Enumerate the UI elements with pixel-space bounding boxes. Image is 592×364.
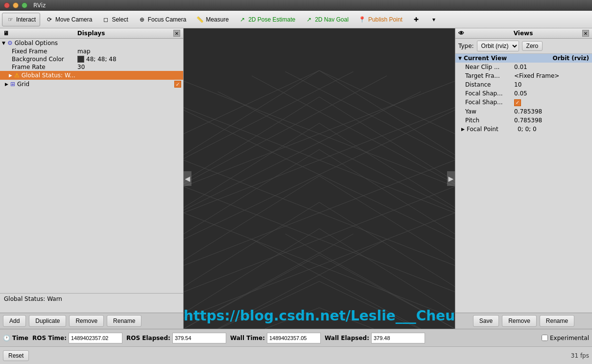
nav-goal-button[interactable]: ↗ 2D Nav Goal <box>301 13 353 26</box>
focal-shape-enabled-value[interactable]: ✓ <box>514 99 521 106</box>
views-close-button[interactable]: ✕ <box>582 30 589 37</box>
focus-camera-label: Focus Camera <box>148 16 187 23</box>
distance-key: Distance <box>465 81 514 88</box>
type-label: Type: <box>458 43 474 49</box>
title-bar: RViz <box>0 0 592 11</box>
views-header: 👁 Views ✕ <box>455 28 592 39</box>
ros-elapsed-label: ROS Elapsed: <box>126 335 170 341</box>
rename-button[interactable]: Rename <box>107 315 142 327</box>
grid-visualization <box>184 28 455 329</box>
zero-button[interactable]: Zero <box>522 41 543 51</box>
clock-icon: 🕐 <box>3 335 10 341</box>
expand-icon: ▼ <box>2 41 5 46</box>
focal-shape-size-row: Focal Shap... 0.05 <box>455 89 592 98</box>
target-frame-value[interactable]: <Fixed Frame> <box>514 72 559 79</box>
grid-item[interactable]: ▶ ⊞ Grid ✓ <box>0 80 183 89</box>
current-view-type: Orbit (rviz) <box>552 55 589 62</box>
wall-elapsed-input[interactable] <box>371 333 425 343</box>
pose-estimate-label: 2D Pose Estimate <box>248 16 295 23</box>
background-color-row: Background Color 48; 48; 48 <box>0 55 183 63</box>
maximize-button[interactable] <box>22 2 27 8</box>
type-select[interactable]: Orbit (rviz) <box>477 41 519 51</box>
yaw-value[interactable]: 0.785398 <box>514 108 542 115</box>
grid-label: Grid <box>17 81 172 88</box>
ros-elapsed-group: ROS Elapsed: <box>126 333 226 343</box>
measure-icon: 📏 <box>196 16 204 23</box>
focal-shape-checkbox[interactable]: ✓ <box>514 99 521 106</box>
displays-tree: ▼ ⚙ Global Options Fixed Frame map Backg… <box>0 39 183 293</box>
move-camera-icon: ⟳ <box>46 16 53 23</box>
publish-point-label: Publish Point <box>368 16 403 23</box>
plus-icon: ✚ <box>412 16 420 23</box>
wall-elapsed-label: Wall Elapsed: <box>325 335 369 341</box>
time-title: Time <box>12 335 28 341</box>
focal-shape-size-value[interactable]: 0.05 <box>514 90 527 97</box>
remove-button[interactable]: Remove <box>69 315 104 327</box>
pitch-value[interactable]: 0.785398 <box>514 117 542 124</box>
near-clip-row: Near Clip ... 0.01 <box>455 63 592 71</box>
global-status-item[interactable]: ▶ ⚠ Global Status: W... <box>0 71 183 80</box>
global-options-label: Global Options <box>15 40 58 46</box>
arrow-right[interactable]: ▶ <box>447 171 455 186</box>
minimize-button[interactable] <box>13 2 19 8</box>
select-label: Select <box>112 16 128 23</box>
current-view-header[interactable]: ▼ Current View Orbit (rviz) <box>455 54 592 63</box>
more-button[interactable]: ▾ <box>426 13 442 26</box>
warning-icon: ⚠ <box>14 72 20 79</box>
svg-rect-0 <box>184 28 455 329</box>
distance-value[interactable]: 10 <box>514 81 521 88</box>
global-options-item[interactable]: ▼ ⚙ Global Options <box>0 39 183 47</box>
background-color-value[interactable]: 48; 48; 48 <box>77 56 117 63</box>
arrow-left[interactable]: ◀ <box>184 171 191 186</box>
ros-time-label: ROS Time: <box>32 335 67 341</box>
pose-estimate-icon: ↗ <box>238 16 246 23</box>
status-row: Reset 31 fps <box>0 346 592 364</box>
focal-shape-enabled-key: Focal Shap... <box>465 99 514 106</box>
ros-elapsed-input[interactable] <box>172 333 226 343</box>
wall-elapsed-group: Wall Elapsed: <box>325 333 425 343</box>
fixed-frame-value[interactable]: map <box>77 48 91 55</box>
displays-close-button[interactable]: ✕ <box>173 30 180 37</box>
displays-title: Displays <box>77 30 105 37</box>
move-camera-label: Move Camera <box>55 16 92 23</box>
color-swatch <box>77 56 84 63</box>
measure-button[interactable]: 📏 Measure <box>191 13 233 26</box>
near-clip-key: Near Clip ... <box>465 64 514 70</box>
expand-right-icon3: ▶ <box>461 127 465 132</box>
viewport[interactable]: ◀ ▶ https://blog.csdn.net/Leslie___Cheun… <box>184 28 455 329</box>
pose-estimate-button[interactable]: ↗ 2D Pose Estimate <box>234 13 300 26</box>
save-view-button[interactable]: Save <box>473 315 499 327</box>
select-button[interactable]: ◻ Select <box>97 13 132 26</box>
views-icon: 👁 <box>458 30 464 37</box>
experimental-checkbox[interactable] <box>542 335 548 341</box>
reset-button[interactable]: Reset <box>3 350 29 361</box>
rename-view-button[interactable]: Rename <box>540 315 574 327</box>
publish-point-button[interactable]: 📍 Publish Point <box>354 13 407 26</box>
ros-time-input[interactable] <box>69 333 122 343</box>
focal-shape-enabled-row: Focal Shap... ✓ <box>455 98 592 107</box>
focal-point-row[interactable]: ▶ Focal Point 0; 0; 0 <box>455 125 592 134</box>
focus-camera-button[interactable]: ⊕ Focus Camera <box>134 13 191 26</box>
grid-enabled-checkbox[interactable]: ✓ <box>174 81 181 88</box>
move-camera-button[interactable]: ⟳ Move Camera <box>41 13 96 26</box>
expand-right-icon2: ▶ <box>5 82 8 87</box>
views-tree: ▼ Current View Orbit (rviz) Near Clip ..… <box>455 54 592 313</box>
global-status-text: Global Status: Warn <box>4 296 62 302</box>
frame-rate-value[interactable]: 30 <box>77 64 85 70</box>
pitch-key: Pitch <box>465 117 514 124</box>
interact-button[interactable]: ☞ Interact <box>2 13 40 26</box>
time-header: 🕐 Time <box>3 335 28 341</box>
interact-icon: ☞ <box>6 16 14 23</box>
close-button[interactable] <box>4 2 10 8</box>
near-clip-value[interactable]: 0.01 <box>514 64 527 70</box>
displays-panel-icon: 🖥 <box>3 30 9 37</box>
add-toolbar-button[interactable]: ✚ <box>408 13 425 26</box>
duplicate-button[interactable]: Duplicate <box>29 315 66 327</box>
nav-goal-icon: ↗ <box>305 16 313 23</box>
measure-label: Measure <box>206 16 229 23</box>
add-button[interactable]: Add <box>3 315 26 327</box>
gear-icon: ⚙ <box>7 40 13 46</box>
remove-view-button[interactable]: Remove <box>502 315 537 327</box>
yaw-row: Yaw 0.785398 <box>455 107 592 116</box>
wall-time-input[interactable] <box>267 333 321 343</box>
